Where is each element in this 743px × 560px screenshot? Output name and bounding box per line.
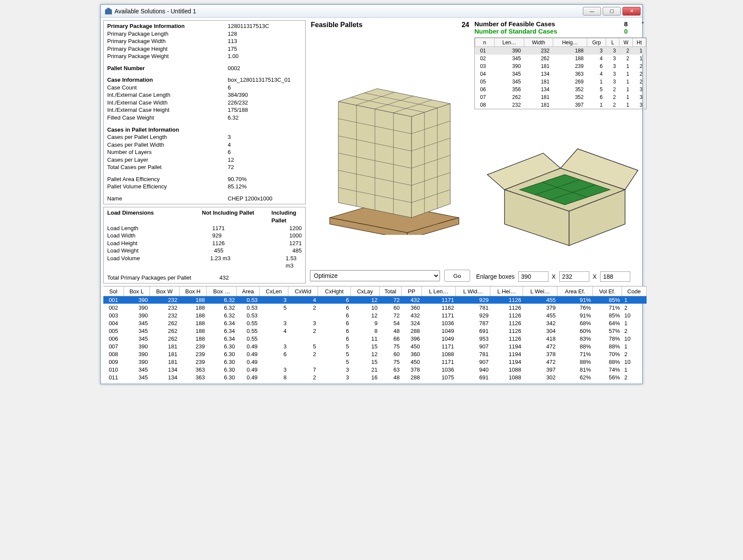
optimize-select[interactable]: Optimize (310, 270, 440, 281)
cases-col-header[interactable]: W (619, 38, 633, 47)
table-row[interactable]: 0093901812396.300.4951575450117190711944… (103, 358, 647, 366)
sol-col-header[interactable]: Code (622, 286, 646, 296)
cases-col-header[interactable]: L (606, 38, 619, 47)
feasible-cases-val: 8 (610, 20, 628, 28)
minimize-button[interactable]: — (583, 7, 601, 15)
sol-col-header[interactable]: PP (401, 286, 421, 296)
table-row[interactable]: 0083901812396.300.4962512603601088781119… (103, 350, 647, 358)
cases-col-header[interactable]: n (475, 38, 495, 47)
load-dimensions-panel: Load Dimensions Not Including Pallet Inc… (103, 207, 306, 283)
table-row[interactable]: 013902321883321 (475, 47, 646, 55)
table-row[interactable]: 0043452621886.340.5533695432410367871126… (103, 319, 647, 327)
right-column: Number of Feasible Cases 8 ⌃ Number of S… (474, 20, 647, 283)
table-row[interactable]: 063561343525213 (475, 86, 646, 93)
name-val: CHEP 1200x1000 (228, 195, 272, 203)
sol-col-header[interactable]: L Hei… (490, 286, 523, 296)
enlarge-width-input[interactable] (559, 271, 589, 282)
table-row[interactable]: 033901812396312 (475, 62, 646, 70)
case-3d-view[interactable] (474, 112, 647, 267)
primary-header-val: 128011317513C (228, 22, 269, 30)
solutions-scroll[interactable]: SolBox LBox WBox HBox …AreaCxLenCxWidCxH… (103, 286, 647, 381)
cases-table[interactable]: nLen…WidthHeig…GrpLWHt 01390232188332102… (474, 37, 647, 109)
sol-col-header[interactable]: Vol Ef. (593, 286, 622, 296)
left-column: Primary Package Information128011317513C… (103, 20, 306, 283)
solutions-panel: SolBox LBox WBox HBox …AreaCxLenCxWidCxH… (103, 286, 647, 381)
case-info-header: Case Information (107, 76, 228, 84)
maximize-button[interactable]: ▢ (603, 7, 621, 15)
sol-col-header[interactable]: Box L (124, 286, 150, 296)
table-row[interactable]: 072621813526213 (475, 93, 646, 101)
collapse-icon[interactable]: ⌃ (639, 21, 647, 27)
enlarge-boxes-row: Enlarge boxes X X (474, 270, 647, 283)
table-row[interactable]: 0053452621886.340.5542684828810496911126… (103, 327, 647, 335)
app-icon (105, 8, 112, 15)
sol-col-header[interactable]: Box … (207, 286, 237, 296)
titlebar[interactable]: Available Solutions - Untitled 1 — ▢ ✕ (101, 5, 642, 18)
sol-col-header[interactable]: CxLen (259, 286, 288, 296)
enlarge-length-input[interactable] (518, 271, 548, 282)
sol-col-header[interactable]: Area Ef. (557, 286, 593, 296)
sol-col-header[interactable]: Box W (150, 286, 180, 296)
cases-col-header[interactable]: Width (524, 38, 553, 47)
sol-col-header[interactable]: Total (379, 286, 401, 296)
pallet-icon (313, 63, 467, 235)
cases-col-header[interactable]: Len… (494, 38, 524, 47)
standard-cases-label: Number of Standard Cases (474, 28, 608, 35)
table-row[interactable]: 0063452621886.340.5561166396104995311264… (103, 335, 647, 342)
feasible-pallets-label: Feasible Pallets (311, 21, 362, 29)
solutions-table[interactable]: SolBox LBox WBox HBox …AreaCxLenCxWidCxH… (103, 286, 647, 381)
enlarge-label: Enlarge boxes (476, 273, 515, 280)
pallet-number-val: 0002 (228, 65, 240, 72)
table-row[interactable]: 0113451343636.300.4982316482881075691108… (103, 373, 647, 381)
cases-col-header[interactable]: Ht (633, 38, 646, 47)
table-row[interactable]: 0103451343636.300.4937321633781036940108… (103, 366, 647, 373)
table-row[interactable]: 0033902321886.320.5361272432117192911264… (103, 311, 647, 319)
table-row[interactable]: 0023902321886.320.5352610603601162781112… (103, 304, 647, 311)
feasible-cases-label: Number of Feasible Cases (474, 20, 608, 28)
table-row[interactable]: 0013902321886.320.5334612724321171929112… (103, 296, 647, 304)
go-button[interactable]: Go (444, 270, 470, 282)
name-label: Name (107, 195, 228, 203)
close-button[interactable]: ✕ (622, 7, 641, 15)
table-row[interactable]: 0073901812396.300.4935515754501171907119… (103, 342, 647, 350)
cases-col-header[interactable]: Heig… (553, 38, 587, 47)
standard-cases-val: 0 (610, 28, 628, 35)
sol-col-header[interactable]: Box H (179, 286, 207, 296)
sol-col-header[interactable]: Area (237, 286, 260, 296)
sol-col-header[interactable]: L Wei… (523, 286, 557, 296)
sol-col-header[interactable]: CxHght (318, 286, 351, 296)
feasible-pallets-val: 24 (461, 21, 469, 29)
sol-col-header[interactable]: Sol (103, 286, 124, 296)
cpi-header: Cases in Pallet Information (107, 126, 228, 134)
window: Available Solutions - Untitled 1 — ▢ ✕ P… (100, 4, 643, 384)
pallet-number-label: Pallet Number (107, 65, 228, 72)
sol-col-header[interactable]: CxLay (351, 286, 379, 296)
pallet-3d-view[interactable] (308, 30, 472, 268)
table-row[interactable]: 053451812691312 (475, 78, 646, 86)
table-row[interactable]: 043451343634312 (475, 70, 646, 78)
package-info-panel: Primary Package Information128011317513C… (103, 20, 306, 204)
enlarge-height-input[interactable] (600, 271, 630, 282)
table-row[interactable]: 082321813971213 (475, 101, 646, 109)
table-row[interactable]: 023452621884321 (475, 55, 646, 62)
sol-col-header[interactable]: L Len… (421, 286, 455, 296)
cases-col-header[interactable]: Grp (587, 38, 606, 47)
box-icon (479, 125, 642, 254)
sol-col-header[interactable]: L Wid… (456, 286, 490, 296)
center-column: Feasible Pallets 24 (308, 20, 472, 283)
window-title: Available Solutions - Untitled 1 (115, 8, 581, 15)
primary-header: Primary Package Information (107, 22, 228, 30)
sol-col-header[interactable]: CxWid (288, 286, 318, 296)
